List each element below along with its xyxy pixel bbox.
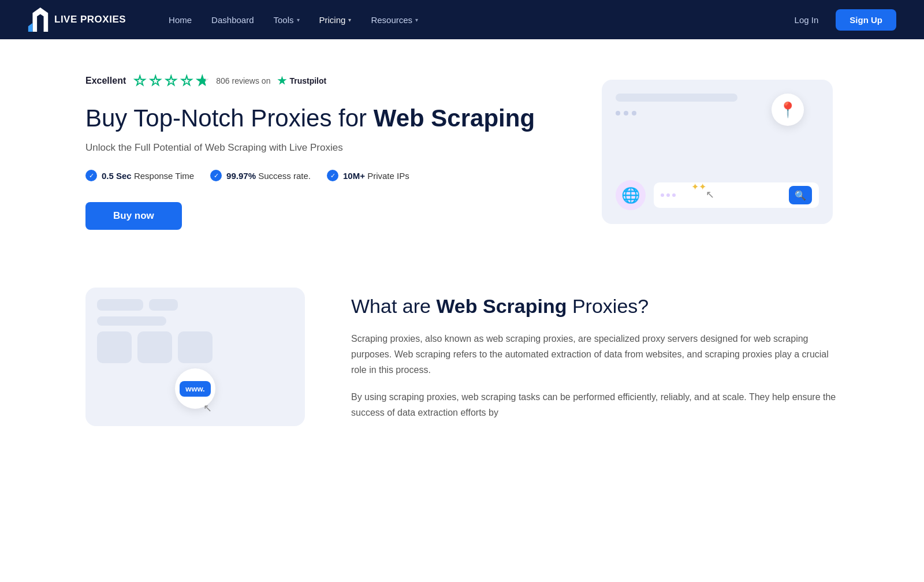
trustpilot-logo: ★ Trustpilot <box>277 74 326 87</box>
logo-icon <box>28 8 49 32</box>
svg-marker-1 <box>28 23 33 32</box>
star-5 <box>195 74 209 88</box>
illus2-row-3 <box>97 331 293 363</box>
signup-button[interactable]: Sign Up <box>836 9 896 31</box>
illus-pin-icon: 📍 <box>772 94 804 126</box>
illus-globe-icon: 🌐 <box>616 180 646 210</box>
illus-browser-bar <box>616 94 737 102</box>
stat-response: ✓ 0.5 Sec Response Time <box>85 170 194 181</box>
illus-search-dots <box>661 193 676 197</box>
what-are-section: www. ↖ What are Web Scraping Proxies? Sc… <box>58 253 866 467</box>
illus-dot-3 <box>632 111 636 115</box>
illus-sparkle-icon: ✦✦ <box>691 181 706 192</box>
star-rating: ★ ★ ★ ★ <box>133 74 209 88</box>
section2-title-start: What are <box>351 295 436 317</box>
hero-illus-card: 📍 🌐 🔍 ✦✦ ↖ <box>602 80 833 224</box>
hero-section: Excellent ★ ★ ★ ★ 806 reviews on ★ Trust… <box>58 39 866 253</box>
illus2-cursor-icon: ↖ <box>203 402 212 415</box>
stat-response-bold: 0.5 Sec <box>102 171 132 181</box>
stat-success-text: Success rate. <box>258 171 311 181</box>
hero-title: Buy Top-Notch Proxies for Web Scraping <box>85 104 561 133</box>
reviews-text: 806 reviews on <box>216 76 270 85</box>
nav-pricing[interactable]: Pricing ▾ <box>311 12 360 28</box>
stat-success: ✓ 99.97% Success rate. <box>210 170 311 181</box>
excellent-label: Excellent <box>85 76 126 86</box>
logo-text: LIVE PROXIES <box>54 14 126 25</box>
buy-now-button[interactable]: Buy now <box>85 202 182 230</box>
hero-title-bold: Web Scraping <box>374 105 535 132</box>
svg-marker-0 <box>32 8 48 32</box>
illus-dot-s1 <box>661 193 664 197</box>
hero-subtitle: Unlock the Full Potential of Web Scrapin… <box>85 142 561 154</box>
stat-ips-text: Private IPs <box>367 171 409 181</box>
hero-content: Excellent ★ ★ ★ ★ 806 reviews on ★ Trust… <box>85 74 561 230</box>
illus2-block-5 <box>137 331 172 363</box>
navbar: LIVE PROXIES Home Dashboard Tools ▾ Pric… <box>0 0 924 39</box>
hero-stats: ✓ 0.5 Sec Response Time ✓ 99.97% Success… <box>85 170 561 181</box>
illus2-card: www. ↖ <box>85 288 305 426</box>
check-icon-3: ✓ <box>327 170 338 181</box>
illus2-block-3 <box>97 316 166 326</box>
section2-title-bold: Web Scraping <box>436 295 567 317</box>
nav-tools[interactable]: Tools ▾ <box>266 12 308 28</box>
section2-para1: Scraping proxies, also known as web scra… <box>351 331 839 378</box>
section2-title-end: Proxies? <box>567 295 649 317</box>
hero-title-start: Buy Top-Notch Proxies for <box>85 105 374 132</box>
section2-content: What are Web Scraping Proxies? Scraping … <box>351 288 839 432</box>
star-2: ★ <box>148 74 162 88</box>
tools-chevron-icon: ▾ <box>297 17 300 23</box>
hero-illustration: 📍 🌐 🔍 ✦✦ ↖ <box>596 80 839 224</box>
illus2-row-1 <box>97 299 293 311</box>
star-3: ★ <box>164 74 178 88</box>
stat-response-text: Response Time <box>134 171 194 181</box>
trustpilot-name: Trustpilot <box>289 76 326 85</box>
star-1: ★ <box>133 74 147 88</box>
check-icon-1: ✓ <box>85 170 97 181</box>
section2-title: What are Web Scraping Proxies? <box>351 293 839 319</box>
section2-para2: By using scraping proxies, web scraping … <box>351 389 839 420</box>
nav-home[interactable]: Home <box>161 12 200 28</box>
pricing-chevron-icon: ▾ <box>348 17 351 23</box>
tp-star-icon: ★ <box>277 74 286 87</box>
stat-ips: ✓ 10M+ Private IPs <box>327 170 409 181</box>
nav-links: Home Dashboard Tools ▾ Pricing ▾ Resourc… <box>161 12 787 28</box>
star-4: ★ <box>180 74 193 88</box>
illus-search-btn-icon: 🔍 <box>789 186 812 204</box>
illus-dot-1 <box>616 111 620 115</box>
stat-success-bold: 99.97% <box>226 171 256 181</box>
nav-dashboard[interactable]: Dashboard <box>203 12 262 28</box>
illus2-block-1 <box>97 299 143 311</box>
illus-dot-s2 <box>666 193 670 197</box>
resources-chevron-icon: ▾ <box>415 17 418 23</box>
illus2-block-4 <box>97 331 132 363</box>
trustpilot-row: Excellent ★ ★ ★ ★ 806 reviews on ★ Trust… <box>85 74 561 88</box>
logo-link[interactable]: LIVE PROXIES <box>28 8 126 32</box>
stat-ips-bold: 10M+ <box>343 171 365 181</box>
illus2-block-6 <box>178 331 213 363</box>
nav-auth: Log In Sign Up <box>787 9 896 31</box>
login-button[interactable]: Log In <box>787 12 827 28</box>
nav-resources[interactable]: Resources ▾ <box>363 12 426 28</box>
check-icon-2: ✓ <box>210 170 222 181</box>
illus-dot-2 <box>624 111 628 115</box>
illus-cursor-icon: ↖ <box>706 188 714 201</box>
illus2-block-2 <box>149 299 178 311</box>
illus-bottom: 🌐 🔍 <box>602 180 833 210</box>
section2-illustration: www. ↖ <box>85 288 305 426</box>
illus-search-bar: 🔍 <box>654 182 819 208</box>
illus-dot-s3 <box>672 193 676 197</box>
illus2-row-2 <box>97 316 293 326</box>
www-badge: www. <box>180 381 210 397</box>
